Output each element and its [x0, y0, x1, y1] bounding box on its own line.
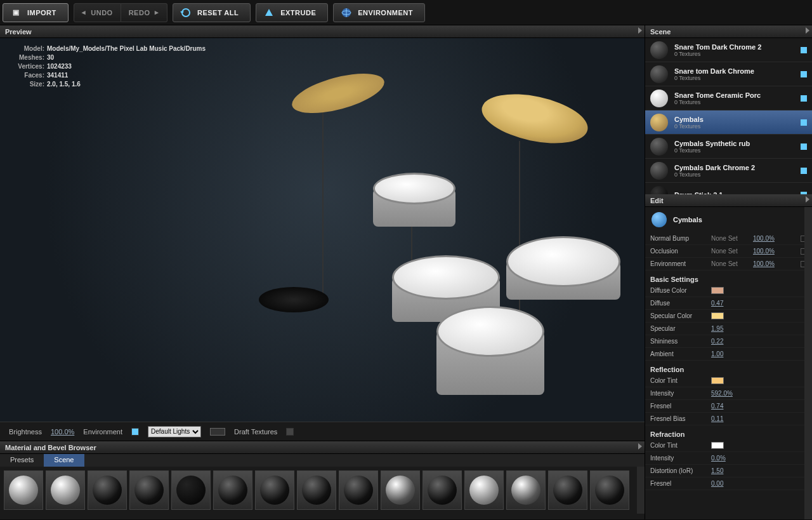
undo-button[interactable]: ◂UNDO: [74, 3, 121, 22]
property-value[interactable]: 592.0%: [711, 390, 743, 397]
property-label: Color Tint: [650, 377, 707, 384]
expand-icon[interactable]: [638, 443, 642, 450]
property-value[interactable]: 0.00: [711, 480, 743, 487]
environment-button[interactable]: ENVIRONMENT: [333, 3, 425, 22]
draft-textures-label: Draft Textures: [234, 428, 277, 436]
tab-presets[interactable]: Presets: [0, 454, 44, 467]
material-browser-header: Material and Bevel Browser: [0, 441, 645, 454]
property-value[interactable]: 0.47: [711, 300, 743, 307]
material-thumb[interactable]: [213, 470, 252, 510]
property-label: Ambient: [650, 350, 707, 357]
scrollbar[interactable]: [804, 207, 812, 519]
property-none-set[interactable]: None Set: [711, 260, 749, 267]
property-none-set[interactable]: None Set: [711, 248, 749, 255]
material-ball-icon: [650, 138, 668, 156]
property-label: Intensity: [650, 390, 707, 397]
material-ball-icon: [650, 186, 668, 195]
scene-item[interactable]: Cymbals Dark Chrome 20 Textures: [645, 159, 812, 183]
material-thumb[interactable]: [381, 470, 420, 510]
property-label: Fresnel: [650, 480, 707, 487]
scene-item-name: Snare Tome Ceramic Porc: [674, 91, 794, 99]
brightness-value[interactable]: 100.0%: [51, 428, 74, 436]
material-thumb[interactable]: [297, 470, 336, 510]
material-thumb[interactable]: [548, 470, 587, 510]
material-thumb[interactable]: [590, 470, 629, 510]
import-button[interactable]: ▣IMPORT: [3, 3, 69, 22]
scene-item[interactable]: Snare tom Dark Chrome0 Textures: [645, 62, 812, 86]
material-preview-icon: [652, 212, 667, 227]
property-row: Fresnel Bias0.11: [645, 413, 812, 425]
property-none-set[interactable]: None Set: [711, 235, 749, 242]
draft-textures-checkbox[interactable]: [286, 428, 294, 436]
edit-panel: Cymbals Normal BumpNone Set100.0%Occlusi…: [645, 207, 812, 519]
import-icon: ▣: [10, 6, 22, 19]
material-thumb[interactable]: [171, 470, 211, 510]
expand-icon[interactable]: [638, 27, 642, 34]
property-value[interactable]: 0.74: [711, 403, 743, 410]
color-swatch[interactable]: [711, 442, 724, 449]
redo-button[interactable]: REDO▸: [121, 3, 167, 22]
material-thumb[interactable]: [4, 470, 43, 510]
material-thumb[interactable]: [46, 470, 85, 510]
visibility-toggle[interactable]: [801, 95, 807, 102]
reset-icon: [180, 6, 192, 19]
property-value[interactable]: 0.11: [711, 415, 743, 422]
basic-settings-header: Basic Settings: [645, 270, 812, 284]
material-ball-icon: [650, 41, 668, 59]
property-value[interactable]: 0.22: [711, 338, 743, 345]
property-value[interactable]: 100.0%: [753, 248, 785, 255]
property-row: Fresnel0.74: [645, 400, 812, 413]
scene-item[interactable]: Cymbals Synthetic rub0 Textures: [645, 135, 812, 159]
property-label: Shininess: [650, 338, 707, 345]
scene-item[interactable]: Cymbals0 Textures: [645, 110, 812, 135]
property-label: Fresnel: [650, 403, 707, 410]
material-thumb[interactable]: [88, 470, 127, 510]
visibility-toggle[interactable]: [801, 168, 807, 174]
material-thumb[interactable]: [422, 470, 462, 510]
material-thumb[interactable]: [506, 470, 546, 510]
property-value[interactable]: 1.00: [711, 350, 743, 357]
scrollbar[interactable]: [637, 467, 645, 514]
property-value[interactable]: 100.0%: [753, 235, 785, 242]
tab-scene[interactable]: Scene: [44, 454, 84, 467]
visibility-toggle[interactable]: [801, 119, 807, 126]
color-swatch[interactable]: [711, 312, 724, 319]
extrude-icon: [263, 6, 275, 19]
material-thumb[interactable]: [464, 470, 504, 510]
property-row: Color Tint: [645, 375, 812, 387]
scene-item[interactable]: Snare Tome Ceramic Porc0 Textures: [645, 86, 812, 110]
property-value[interactable]: 1.50: [711, 467, 743, 474]
reset-all-button[interactable]: RESET ALL: [173, 3, 251, 22]
material-thumb[interactable]: [129, 470, 169, 510]
material-thumb[interactable]: [339, 470, 378, 510]
preview-viewport[interactable]: Model:Models/My_Models/The Pixel Lab Mus…: [0, 38, 645, 422]
svg-point-0: [182, 9, 190, 17]
material-thumb[interactable]: [255, 470, 294, 510]
scene-item-sub: 0 Textures: [674, 147, 794, 154]
property-row: Diffuse0.47: [645, 297, 812, 310]
extrude-button[interactable]: EXTRUDE: [256, 3, 328, 22]
scene-item-sub: 0 Textures: [674, 99, 794, 105]
visibility-toggle[interactable]: [801, 47, 807, 53]
property-row: EnvironmentNone Set100.0%: [645, 258, 812, 270]
property-label: Intensity: [650, 455, 707, 462]
color-swatch[interactable]: [210, 428, 225, 436]
property-value[interactable]: 100.0%: [753, 260, 785, 267]
visibility-toggle[interactable]: [801, 143, 807, 150]
scene-item[interactable]: Drum Stick 2.1: [645, 183, 812, 194]
environment-checkbox[interactable]: [131, 428, 139, 436]
color-swatch[interactable]: [711, 287, 724, 294]
scene-item[interactable]: Snare Tom Dark Chrome 20 Textures: [645, 38, 812, 62]
property-value[interactable]: 0.0%: [711, 455, 743, 462]
property-label: Diffuse Color: [650, 287, 707, 294]
lights-select[interactable]: Default Lights: [148, 426, 201, 437]
expand-icon[interactable]: [806, 196, 809, 203]
visibility-toggle[interactable]: [801, 71, 807, 77]
property-value[interactable]: 1.95: [711, 325, 743, 332]
scene-list: Snare Tom Dark Chrome 20 TexturesSnare t…: [645, 38, 812, 194]
color-swatch[interactable]: [711, 377, 724, 384]
refraction-header: Refraction: [645, 425, 812, 439]
property-row: Specular Color: [645, 310, 812, 323]
scene-item-sub: 0 Textures: [674, 171, 794, 178]
expand-icon[interactable]: [806, 27, 809, 34]
